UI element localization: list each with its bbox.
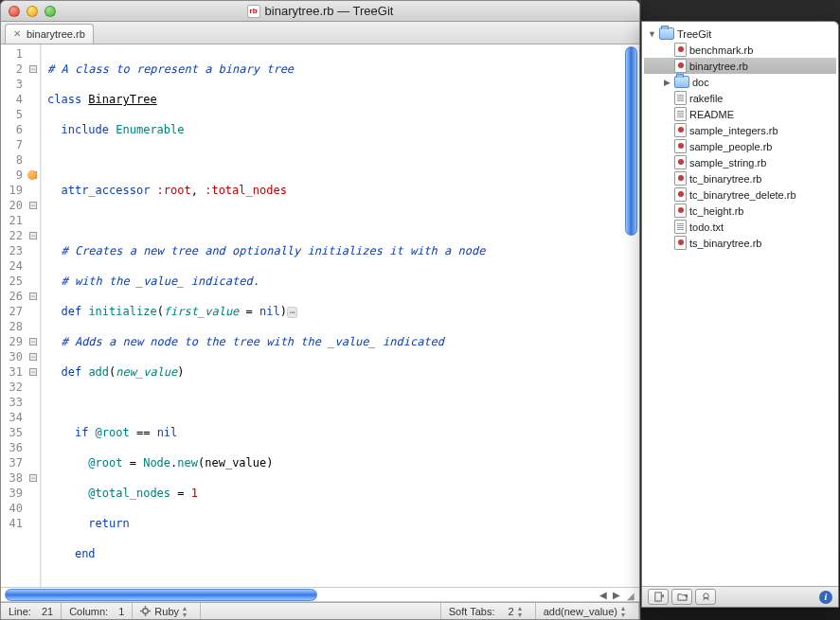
code-area[interactable]: # A class to represent a binary tree cla… xyxy=(41,44,639,587)
fold-toggle-icon[interactable]: – xyxy=(29,292,37,300)
gutter-line[interactable]: 4 xyxy=(1,92,40,107)
status-spacer xyxy=(201,603,441,619)
status-line[interactable]: Line: 21 xyxy=(1,603,62,619)
tree-label: sample_integers.rb xyxy=(689,125,778,136)
fold-toggle-icon[interactable]: – xyxy=(29,202,37,209)
gutter-line[interactable]: 31– xyxy=(1,364,40,380)
gutter-line[interactable]: 33 xyxy=(1,395,40,410)
ruby-file-icon xyxy=(674,236,687,250)
gutter-line[interactable]: 8 xyxy=(1,152,40,168)
file-tab[interactable]: ✕ binarytree.rb xyxy=(5,24,94,44)
status-column[interactable]: Column: 1 xyxy=(62,603,133,619)
updown-icon: ▴▾ xyxy=(518,605,527,618)
tree-label: sample_string.rb xyxy=(689,157,766,168)
gutter-line[interactable]: 29– xyxy=(1,334,40,349)
gutter-line[interactable]: 28 xyxy=(1,319,40,334)
gutter-line[interactable]: 7 xyxy=(1,137,40,152)
gutter-line[interactable]: 40 xyxy=(1,501,40,516)
zoom-window-button[interactable] xyxy=(45,6,56,17)
disclosure-right-icon[interactable]: ▶ xyxy=(663,78,671,87)
fold-toggle-icon[interactable]: – xyxy=(29,232,37,239)
tree-item[interactable]: sample_people.rb xyxy=(644,138,836,154)
gutter-line[interactable]: 22– xyxy=(1,228,40,243)
new-folder-button[interactable] xyxy=(671,589,692,605)
gutter-line[interactable]: 3 xyxy=(1,77,40,92)
ruby-file-icon xyxy=(674,59,687,73)
gutter-line[interactable]: 34 xyxy=(1,410,40,425)
tree-item[interactable]: tc_height.rb xyxy=(644,203,836,219)
gutter-line[interactable]: 24 xyxy=(1,258,40,274)
tree-root[interactable]: ▼TreeGit xyxy=(644,26,836,42)
new-file-button[interactable] xyxy=(648,589,669,605)
gutter-line[interactable]: 26– xyxy=(1,289,40,304)
info-icon[interactable]: i xyxy=(819,591,832,604)
gutter-line[interactable]: 6 xyxy=(1,122,40,137)
drawer-toolbar: i xyxy=(642,586,838,607)
minimize-window-button[interactable] xyxy=(27,6,38,17)
resize-grip-icon[interactable]: ◢ xyxy=(627,591,636,600)
gutter-line[interactable]: 25 xyxy=(1,274,40,289)
tree-label: README xyxy=(689,109,734,120)
scroll-left-icon[interactable]: ◀ xyxy=(597,589,609,601)
gear-icon xyxy=(140,606,151,616)
fold-toggle-icon[interactable]: – xyxy=(29,353,37,361)
file-tree[interactable]: ▼TreeGitbenchmark.rbbinarytree.rb▶docrak… xyxy=(642,22,838,586)
gutter-line[interactable]: 32 xyxy=(1,380,40,395)
drawer-settings-button[interactable] xyxy=(695,589,716,605)
project-drawer: ▼TreeGitbenchmark.rbbinarytree.rb▶docrak… xyxy=(641,21,839,608)
fold-toggle-icon[interactable]: – xyxy=(29,65,37,73)
status-tabs[interactable]: Soft Tabs: 2 ▴▾ xyxy=(441,603,536,619)
scroll-right-icon[interactable]: ▶ xyxy=(610,589,622,601)
status-language[interactable]: Ruby ▴▾ xyxy=(133,603,201,619)
window-title: rb binarytree.rb — TreeGit xyxy=(1,4,639,18)
gutter-line[interactable]: 41 xyxy=(1,516,40,531)
tree-label: benchmark.rb xyxy=(689,44,753,56)
tree-item[interactable]: tc_binarytree.rb xyxy=(644,170,836,186)
tree-label: tc_binarytree.rb xyxy=(689,173,761,185)
svg-rect-5 xyxy=(654,593,660,601)
fold-toggle-icon[interactable]: – xyxy=(29,474,37,482)
horizontal-scrollbar-track[interactable]: ◀ ▶ ◢ xyxy=(1,587,639,602)
tree-item[interactable]: rakefile xyxy=(644,90,836,106)
gutter-line[interactable]: 1 xyxy=(1,46,40,62)
tree-item[interactable]: todo.txt xyxy=(644,219,836,235)
close-window-button[interactable] xyxy=(9,6,20,17)
fold-toggle-icon[interactable]: – xyxy=(29,368,37,376)
gutter-line[interactable]: 35 xyxy=(1,425,40,440)
close-tab-icon[interactable]: ✕ xyxy=(11,29,22,40)
status-symbol[interactable]: add(new_value) ▴▾ xyxy=(536,603,639,619)
svg-point-0 xyxy=(143,609,149,614)
gutter-line[interactable]: 23 xyxy=(1,243,40,258)
tree-item[interactable]: benchmark.rb xyxy=(644,42,836,58)
gutter-line[interactable]: 5 xyxy=(1,107,40,122)
gutter-line[interactable]: 37 xyxy=(1,455,40,470)
fold-toggle-icon[interactable]: – xyxy=(29,338,37,345)
gutter-line[interactable]: 30– xyxy=(1,349,40,364)
gutter-line[interactable]: 9– xyxy=(1,168,40,183)
tree-item[interactable]: tc_binarytree_delete.rb xyxy=(644,186,836,203)
code-fold-icon[interactable]: ⋯ xyxy=(287,307,297,318)
gutter-line[interactable]: 38– xyxy=(1,470,40,486)
tree-item[interactable]: binarytree.rb xyxy=(644,58,836,74)
tree-item[interactable]: sample_string.rb xyxy=(644,154,836,170)
gutter-line[interactable]: 21 xyxy=(1,213,40,228)
gutter-line[interactable]: 27 xyxy=(1,304,40,319)
vertical-scrollbar[interactable] xyxy=(625,46,637,236)
tree-item[interactable]: sample_integers.rb xyxy=(644,122,836,138)
gutter-line[interactable]: 36 xyxy=(1,440,40,455)
line-gutter[interactable]: 12–3456789–1920–2122–23242526–272829–30–… xyxy=(1,44,41,587)
titlebar[interactable]: rb binarytree.rb — TreeGit xyxy=(1,1,639,22)
ruby-file-icon xyxy=(674,43,687,57)
gutter-line[interactable]: 19 xyxy=(1,183,40,198)
tree-item[interactable]: ts_binarytree.rb xyxy=(644,235,836,251)
disclosure-down-icon[interactable]: ▼ xyxy=(648,29,656,39)
gutter-line[interactable]: 39 xyxy=(1,486,40,501)
gutter-line[interactable]: 2– xyxy=(1,62,40,77)
breakpoint-icon[interactable] xyxy=(27,170,37,180)
ruby-file-icon xyxy=(674,155,687,169)
horizontal-scrollbar[interactable] xyxy=(5,589,317,601)
tree-item[interactable]: ▶doc xyxy=(644,74,836,90)
tree-item[interactable]: README xyxy=(644,106,836,122)
ruby-file-icon xyxy=(674,187,687,202)
gutter-line[interactable]: 20– xyxy=(1,198,40,213)
